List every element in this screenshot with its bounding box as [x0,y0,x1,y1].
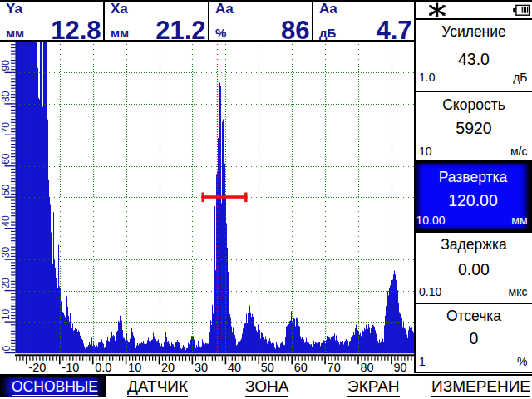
svg-text:30: 30 [195,361,208,374]
svg-text:40: 40 [1,215,12,227]
svg-text:60: 60 [1,153,12,165]
svg-text:50: 50 [261,361,274,374]
svg-text:40: 40 [228,361,241,374]
svg-text:10: 10 [1,308,12,320]
svg-text:-20: -20 [28,361,46,374]
svg-text:80: 80 [361,361,374,374]
svg-text:70: 70 [328,361,341,374]
svg-text:-10: -10 [62,361,79,374]
svg-text:70: 70 [1,122,12,134]
svg-text:80: 80 [1,91,12,102]
svg-text:90: 90 [393,361,406,374]
svg-text:50: 50 [1,185,12,196]
svg-text:10: 10 [128,361,141,374]
svg-text:20: 20 [161,361,175,374]
svg-text:60: 60 [294,361,308,374]
svg-text:90: 90 [1,60,12,71]
svg-text:0.0: 0.0 [95,361,111,374]
svg-text:0: 0 [1,346,12,352]
svg-text:20: 20 [1,278,12,289]
svg-text:30: 30 [1,246,12,258]
